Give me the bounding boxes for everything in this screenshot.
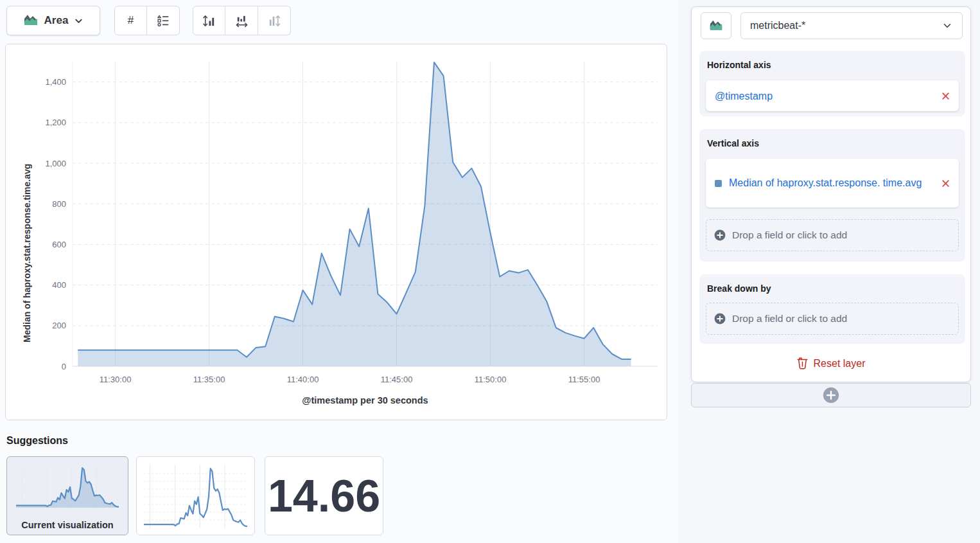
break-down-dropzone[interactable]: Drop a field or click to add <box>706 303 959 335</box>
svg-text:800: 800 <box>52 199 66 209</box>
svg-text:200: 200 <box>52 321 66 330</box>
svg-text:11:40:00: 11:40:00 <box>287 375 319 384</box>
area-chart-icon <box>23 13 39 28</box>
series-color-swatch <box>715 180 722 187</box>
remove-field-button[interactable] <box>941 92 950 100</box>
horizontal-axis-title: Horizontal axis <box>707 60 771 70</box>
cross-icon <box>941 179 950 188</box>
plus-circle-icon <box>823 387 839 404</box>
bottom-axis-button[interactable] <box>225 6 258 35</box>
x-axis-title: @timestamp per 30 seconds <box>73 395 658 405</box>
break-down-title: Break down by <box>707 283 771 294</box>
vertical-axis-section: Vertical axis Median of haproxy.stat.res… <box>699 129 965 262</box>
reset-layer-label: Reset layer <box>814 358 866 369</box>
dropzone-label: Drop a field or click to add <box>732 229 847 241</box>
svg-text:600: 600 <box>52 240 66 249</box>
vertical-axis-field[interactable]: Median of haproxy.stat.response. time.av… <box>706 159 959 208</box>
right-axis-icon <box>267 13 282 28</box>
label-settings-group: # <box>114 6 180 35</box>
svg-text:11:30:00: 11:30:00 <box>100 375 132 384</box>
hash-icon: # <box>128 14 134 27</box>
current-visualization-label: Current visualization <box>7 520 128 530</box>
line-thumbnail <box>141 462 250 531</box>
svg-text:11:50:00: 11:50:00 <box>475 375 507 384</box>
suggestion-current-visualization[interactable]: Current visualization <box>6 456 128 535</box>
metric-value: 14.66 <box>268 470 380 522</box>
axis-settings-group <box>193 6 291 35</box>
vertical-axis-title: Vertical axis <box>707 138 759 148</box>
svg-text:0: 0 <box>62 362 66 371</box>
svg-text:400: 400 <box>52 280 66 290</box>
remove-field-button[interactable] <box>941 179 950 188</box>
left-axis-button[interactable] <box>193 6 225 35</box>
chevron-down-icon <box>74 16 83 26</box>
plus-circle-icon <box>714 313 726 325</box>
index-pattern-value: metricbeat-* <box>750 20 941 31</box>
value-labels-button[interactable]: # <box>114 6 147 35</box>
area-chart-icon <box>709 19 723 33</box>
svg-text:11:45:00: 11:45:00 <box>381 375 413 384</box>
horizontal-axis-field[interactable]: @timestamp <box>706 80 959 111</box>
y-axis-title: Median of haproxy.stat.response.time.avg <box>20 101 34 405</box>
chart-type-label: Area <box>44 14 69 27</box>
svg-text:1,200: 1,200 <box>45 118 66 127</box>
dropzone-label: Drop a field or click to add <box>732 313 847 325</box>
index-pattern-select[interactable]: metricbeat-* <box>740 12 963 39</box>
plus-circle-icon <box>714 229 726 241</box>
chart-type-switch-button[interactable]: Area <box>6 6 100 35</box>
svg-text:1,400: 1,400 <box>45 77 66 87</box>
reset-layer-button[interactable]: Reset layer <box>692 357 970 370</box>
layer-settings-card: metricbeat-* Horizontal axis @timestamp <box>691 6 971 382</box>
suggestions-heading: Suggestions <box>6 435 68 447</box>
suggestion-metric[interactable]: 14.66 <box>265 456 383 535</box>
area-thumbnail <box>13 462 121 511</box>
field-label: @timestamp <box>715 88 936 104</box>
chevron-down-icon <box>941 20 953 31</box>
legend-button[interactable] <box>147 6 180 35</box>
bottom-axis-icon <box>234 13 249 28</box>
add-layer-button[interactable] <box>691 383 971 407</box>
chart-panel: 02004006008001,0001,2001,40011:30:0011:3… <box>5 44 667 420</box>
cross-icon <box>941 92 950 100</box>
horizontal-axis-section: Horizontal axis @timestamp <box>699 51 965 116</box>
vertical-axis-dropzone[interactable]: Drop a field or click to add <box>706 219 959 251</box>
area-chart: 02004006008001,0001,2001,40011:30:0011:3… <box>6 44 665 418</box>
left-axis-icon <box>202 13 216 28</box>
svg-text:11:55:00: 11:55:00 <box>568 375 600 384</box>
svg-text:1,000: 1,000 <box>45 159 66 168</box>
right-axis-button[interactable] <box>258 6 291 35</box>
config-panel: metricbeat-* Horizontal axis @timestamp <box>678 0 980 543</box>
trash-icon <box>797 357 808 369</box>
suggestion-line-chart[interactable] <box>136 456 255 535</box>
layer-chart-type-button[interactable] <box>701 12 731 39</box>
svg-text:11:35:00: 11:35:00 <box>193 375 225 384</box>
break-down-section: Break down by Drop a field or click to a… <box>699 274 965 344</box>
lens-editor: Area # <box>0 0 980 543</box>
legend-list-icon <box>156 13 170 28</box>
field-label: Median of haproxy.stat.response. time.av… <box>729 175 936 191</box>
